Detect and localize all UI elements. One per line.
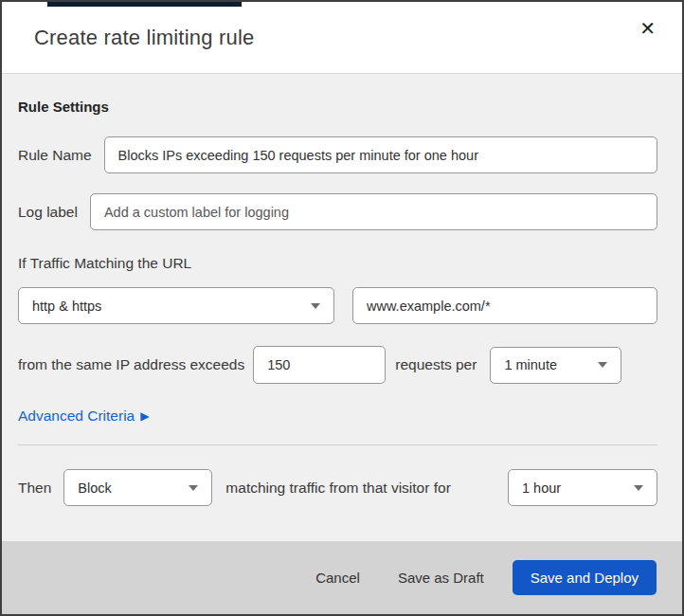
action-select[interactable]: Block [63,469,212,506]
url-match-row: http & https [18,287,657,324]
caret-down-icon [634,485,643,491]
duration-select[interactable]: 1 hour [508,469,657,506]
action-middle-text: matching traffic from that visitor for [225,480,450,497]
create-rate-limiting-rule-modal: Create rate limiting rule ✕ Rule Setting… [0,0,684,616]
threshold-prefix-text: from the same IP address exceeds [18,356,244,373]
rule-name-input[interactable] [104,136,657,173]
duration-select-value: 1 hour [522,480,561,496]
save-as-draft-button[interactable]: Save as Draft [388,562,494,593]
modal-footer: Cancel Save as Draft Save and Deploy [2,541,682,614]
caret-down-icon [311,303,320,309]
modal-title: Create rate limiting rule [34,26,254,50]
threshold-row: from the same IP address exceeds request… [18,346,657,384]
then-label: Then [18,480,51,497]
action-select-value: Block [78,480,111,496]
url-pattern-input[interactable] [352,287,657,324]
caret-down-icon [598,362,607,368]
request-count-input[interactable] [253,346,386,384]
arrow-right-icon: ▶ [140,409,149,423]
modal-body: Rule Settings Rule Name Log label If Tra… [2,74,682,541]
scheme-select[interactable]: http & https [18,287,334,324]
threshold-middle-text: requests per [395,356,477,373]
rule-name-row: Rule Name [18,136,657,173]
modal-header: Create rate limiting rule ✕ [2,2,682,74]
traffic-match-heading: If Traffic Matching the URL [18,255,657,272]
log-label-label: Log label [18,204,78,221]
period-select[interactable]: 1 minute [490,347,621,384]
log-label-row: Log label [18,193,657,230]
close-button[interactable]: ✕ [634,15,661,42]
cancel-button[interactable]: Cancel [306,562,369,593]
log-label-input[interactable] [90,193,657,230]
advanced-criteria-label: Advanced Criteria [18,408,135,425]
section-divider [18,444,657,445]
scheme-select-value: http & https [32,299,101,314]
rule-name-label: Rule Name [18,147,92,164]
close-icon: ✕ [639,18,656,39]
period-select-value: 1 minute [504,357,557,372]
advanced-criteria-link[interactable]: Advanced Criteria ▶ [18,408,149,425]
save-and-deploy-button[interactable]: Save and Deploy [513,560,657,595]
action-row: Then Block matching traffic from that vi… [18,469,657,506]
caret-down-icon [189,485,198,491]
rule-settings-heading: Rule Settings [18,99,657,115]
background-page-strip [47,2,242,7]
